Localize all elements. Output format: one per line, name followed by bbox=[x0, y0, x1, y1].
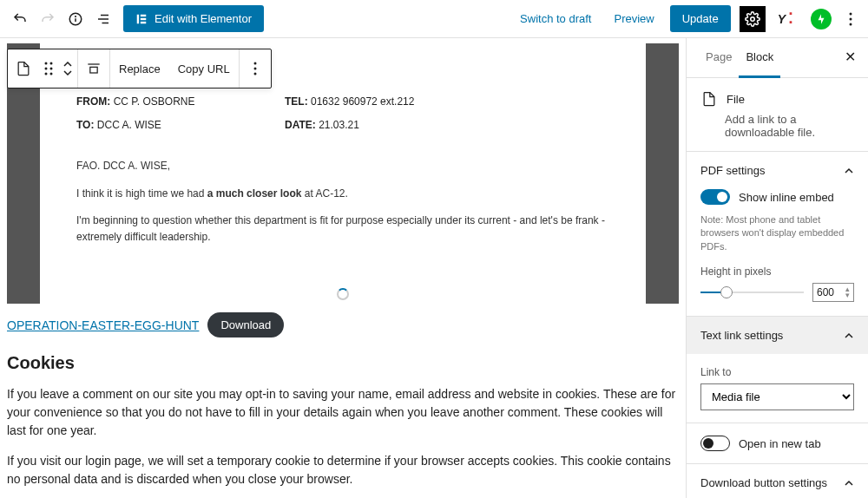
update-button[interactable]: Update bbox=[670, 5, 731, 32]
show-inline-toggle[interactable] bbox=[700, 189, 730, 205]
open-new-tab-label: Open in new tab bbox=[739, 437, 821, 450]
svg-rect-9 bbox=[141, 21, 146, 23]
file-row: OPERATION-EASTER-EGG-HUNT Download bbox=[0, 304, 686, 346]
elementor-icon bbox=[135, 13, 148, 25]
main-area: Replace Copy URL FROM: CC P. OSBORNE TEL… bbox=[0, 38, 868, 498]
svg-point-22 bbox=[253, 62, 256, 65]
tab-page[interactable]: Page bbox=[699, 38, 739, 77]
preview-link[interactable]: Preview bbox=[607, 7, 661, 30]
open-new-tab-toggle[interactable] bbox=[700, 436, 730, 451]
content-p1: If you leave a comment on our site you m… bbox=[7, 385, 679, 440]
svg-rect-8 bbox=[141, 17, 146, 19]
switch-draft-link[interactable]: Switch to draft bbox=[513, 7, 598, 30]
stepper-icon[interactable]: ▴▾ bbox=[845, 286, 850, 298]
info-icon[interactable] bbox=[62, 6, 89, 32]
svg-point-23 bbox=[253, 68, 256, 70]
toolbar-right: Switch to draft Preview Update Y⠅ bbox=[513, 5, 861, 32]
doc-tel-value: 01632 960972 ext.212 bbox=[311, 95, 414, 108]
svg-point-14 bbox=[45, 62, 48, 65]
top-toolbar: Edit with Elementor Switch to draft Prev… bbox=[0, 0, 868, 38]
download-settings-section: Download button settings Show download b… bbox=[687, 463, 868, 498]
jetpack-icon[interactable] bbox=[811, 9, 832, 29]
block-type-label: File bbox=[727, 93, 745, 106]
height-input[interactable]: 600▴▾ bbox=[812, 283, 854, 302]
move-icon[interactable] bbox=[58, 49, 77, 88]
content-p2: If you visit our login page, we will set… bbox=[7, 452, 679, 488]
cookies-heading: Cookies bbox=[7, 353, 679, 373]
doc-p2: I'm beginning to question whether this d… bbox=[76, 213, 609, 246]
block-info-section: File Add a link to a downloadable file. bbox=[687, 78, 868, 152]
file-block-icon[interactable] bbox=[8, 49, 39, 88]
svg-point-17 bbox=[50, 68, 53, 70]
chevron-up-icon bbox=[844, 331, 854, 341]
block-toolbar: Replace Copy URL bbox=[7, 49, 272, 88]
svg-point-13 bbox=[850, 23, 852, 25]
doc-date-value: 21.03.21 bbox=[319, 119, 359, 131]
close-icon[interactable]: ✕ bbox=[845, 49, 856, 65]
svg-point-12 bbox=[850, 17, 852, 20]
height-label: Height in pixels bbox=[700, 265, 854, 278]
copy-url-button[interactable]: Copy URL bbox=[169, 49, 239, 88]
doc-fao: FAO. DCC A. WISE, bbox=[76, 158, 609, 174]
svg-point-2 bbox=[76, 16, 76, 16]
svg-point-16 bbox=[45, 68, 48, 70]
pdf-note: Note: Most phone and tablet browsers won… bbox=[700, 213, 854, 253]
settings-icon[interactable] bbox=[740, 6, 766, 32]
svg-rect-21 bbox=[90, 67, 97, 73]
height-slider[interactable] bbox=[700, 292, 804, 293]
svg-rect-7 bbox=[141, 14, 146, 16]
block-more-icon[interactable] bbox=[240, 49, 271, 88]
block-type-desc: Add a link to a downloadable file. bbox=[687, 113, 868, 151]
doc-to-value: DCC A. WISE bbox=[97, 119, 161, 131]
undo-icon[interactable] bbox=[7, 6, 33, 32]
show-inline-label: Show inline embed bbox=[739, 191, 834, 204]
doc-tel-label: TEL: bbox=[285, 95, 308, 108]
page-content: Cookies If you leave a comment on our si… bbox=[0, 346, 686, 498]
svg-point-15 bbox=[50, 62, 53, 65]
outline-icon[interactable] bbox=[90, 6, 116, 32]
more-icon[interactable] bbox=[840, 6, 861, 32]
doc-from-label: FROM: bbox=[76, 95, 110, 108]
text-link-header[interactable]: Text link settings bbox=[687, 317, 868, 354]
toolbar-left: Edit with Elementor bbox=[7, 5, 264, 32]
pdf-settings-section: PDF settings Show inline embed Note: Mos… bbox=[687, 152, 868, 317]
chevron-up-icon bbox=[844, 478, 854, 488]
elementor-button[interactable]: Edit with Elementor bbox=[123, 5, 264, 32]
file-icon bbox=[700, 90, 718, 108]
settings-sidebar: Page Block ✕ File Add a link to a downlo… bbox=[686, 38, 868, 498]
link-to-select[interactable]: Media file bbox=[700, 383, 854, 410]
loading-spinner-icon bbox=[337, 288, 349, 300]
svg-point-19 bbox=[50, 73, 53, 75]
link-to-label: Link to bbox=[700, 366, 854, 378]
doc-date-label: DATE: bbox=[285, 119, 316, 131]
file-name-link[interactable]: OPERATION-EASTER-EGG-HUNT bbox=[7, 318, 199, 332]
redo-icon[interactable] bbox=[35, 6, 61, 32]
doc-p1: I think it is high time we had a much cl… bbox=[76, 186, 609, 202]
doc-to-label: TO: bbox=[76, 119, 94, 131]
align-icon[interactable] bbox=[78, 49, 109, 88]
download-button[interactable]: Download bbox=[207, 312, 284, 337]
chevron-up-icon bbox=[844, 166, 854, 176]
svg-point-10 bbox=[750, 16, 754, 21]
tab-block[interactable]: Block bbox=[739, 38, 780, 78]
yoast-icon[interactable]: Y⠅ bbox=[774, 12, 802, 26]
download-settings-header[interactable]: Download button settings bbox=[687, 464, 868, 498]
elementor-label: Edit with Elementor bbox=[155, 12, 252, 25]
pdf-settings-header[interactable]: PDF settings bbox=[687, 152, 868, 189]
sidebar-tabs: Page Block ✕ bbox=[687, 38, 868, 78]
svg-point-18 bbox=[45, 73, 48, 75]
svg-point-24 bbox=[253, 73, 256, 75]
doc-from-value: CC P. OSBORNE bbox=[114, 95, 195, 108]
drag-handle-icon[interactable] bbox=[39, 49, 58, 88]
replace-button[interactable]: Replace bbox=[110, 49, 169, 88]
svg-rect-6 bbox=[137, 14, 139, 23]
svg-point-11 bbox=[850, 12, 852, 15]
editor-canvas: Replace Copy URL FROM: CC P. OSBORNE TEL… bbox=[0, 38, 686, 498]
text-link-section: Text link settings Link to Media file Op… bbox=[687, 317, 868, 463]
